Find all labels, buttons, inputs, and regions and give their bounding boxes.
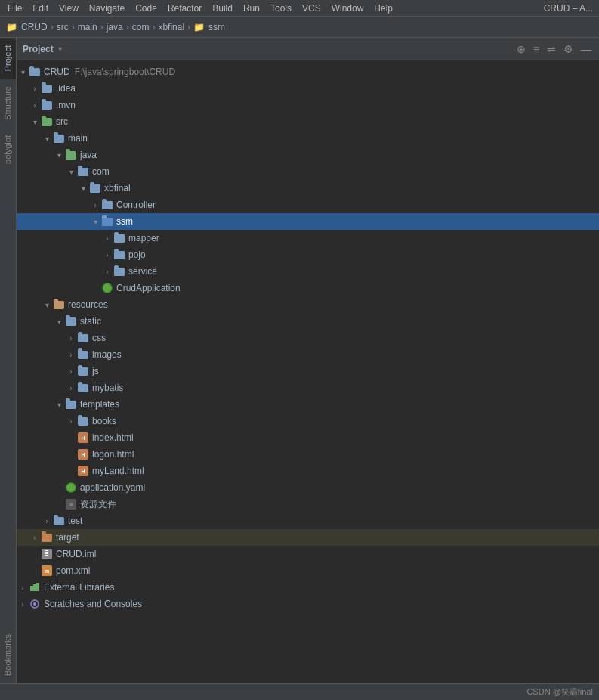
- panel-dropdown-icon[interactable]: ▾: [58, 45, 62, 53]
- folder-icon-mapper: [113, 232, 125, 244]
- menu-file[interactable]: File: [3, 2, 26, 15]
- arrow-pojo: ›: [101, 249, 113, 261]
- tree-item-pom-xml[interactable]: m pom.xml: [17, 562, 599, 579]
- tree-item-crudapp[interactable]: 🌿 CrudApplication: [17, 280, 599, 296]
- menu-help[interactable]: Help: [369, 2, 397, 15]
- label-res-file: 资源文件: [80, 498, 116, 511]
- breadcrumb-java[interactable]: java: [107, 22, 123, 33]
- tree-item-controller[interactable]: › Controller: [17, 197, 599, 213]
- arrow-main: ▾: [41, 132, 53, 144]
- locate-icon[interactable]: ⊕: [515, 42, 527, 57]
- tree-item-ssm[interactable]: ▾ ssm: [17, 213, 599, 230]
- label-myland-html: myLand.html: [92, 466, 144, 476]
- svg-rect-0: [30, 586, 33, 591]
- label-xbfinal: xbfinal: [104, 183, 131, 194]
- tree-item-app-yaml[interactable]: 🌿 application.yaml: [17, 479, 599, 496]
- menu-edit[interactable]: Edit: [28, 2, 53, 15]
- tree-item-com[interactable]: ▾ com: [17, 163, 599, 180]
- folder-icon-xbfinal: [89, 182, 101, 194]
- tree-item-main[interactable]: ▾ main: [17, 130, 599, 147]
- tree-item-mapper[interactable]: › mapper: [17, 230, 599, 246]
- arrow-scratches: ›: [17, 598, 29, 610]
- tree-item-src[interactable]: ▾ src: [17, 113, 599, 130]
- folder-icon-src: [41, 116, 53, 128]
- menu-refactor[interactable]: Refactor: [163, 2, 206, 15]
- side-tab-project[interactable]: Project: [0, 38, 16, 79]
- arrow-mapper: ›: [101, 232, 113, 244]
- folder-icon-target: [41, 531, 53, 544]
- main-area: Project Structure polyglot Bookmarks Pro…: [0, 38, 599, 683]
- side-tab-structure[interactable]: Structure: [0, 79, 16, 128]
- tree-item-logon-html[interactable]: H logon.html: [17, 446, 599, 463]
- tree-item-mvn[interactable]: › .mvn: [17, 97, 599, 113]
- arrow-ssm: ▾: [89, 215, 101, 228]
- label-scratches: Scratches and Consoles: [44, 599, 142, 609]
- breadcrumb-ssm[interactable]: ssm: [208, 22, 225, 33]
- tree-item-templates[interactable]: ▾ templates: [17, 396, 599, 413]
- tree-item-resources[interactable]: ▾ resources: [17, 296, 599, 313]
- side-tab-bookmarks[interactable]: Bookmarks: [0, 627, 16, 683]
- arrow-js: ›: [65, 365, 77, 377]
- folder-icon-test: [53, 515, 65, 527]
- tree-item-static[interactable]: ▾ static: [17, 313, 599, 330]
- tree-item-crud-root[interactable]: ▾ CRUD F:\java\springboot\CRUD: [17, 63, 599, 80]
- tree-item-css[interactable]: › css: [17, 330, 599, 346]
- breadcrumb-com[interactable]: com: [132, 22, 150, 33]
- breadcrumb-main[interactable]: main: [78, 22, 97, 33]
- tree-item-js[interactable]: › js: [17, 363, 599, 379]
- tree-item-external-libs[interactable]: › External Libraries: [17, 579, 599, 596]
- folder-icon-templates: [65, 398, 77, 410]
- menu-navigate[interactable]: Navigate: [85, 2, 129, 15]
- settings-icon[interactable]: ⚙: [562, 42, 575, 57]
- tree-item-crud-iml[interactable]: ≣ CRUD.iml: [17, 546, 599, 562]
- tree-item-scratches[interactable]: › Scratches and Consoles: [17, 596, 599, 612]
- arrow-external: ›: [17, 581, 29, 593]
- menu-code[interactable]: Code: [131, 2, 162, 15]
- arrow-static: ▾: [53, 315, 65, 327]
- menu-view[interactable]: View: [54, 2, 83, 15]
- breadcrumb: 📁 CRUD › src › main › java › com › xbfin…: [0, 17, 599, 38]
- svg-rect-2: [36, 583, 39, 591]
- tree-item-images[interactable]: › images: [17, 346, 599, 363]
- tree-item-target[interactable]: › target: [17, 529, 599, 546]
- tree-item-pojo[interactable]: › pojo: [17, 246, 599, 263]
- panel-header-actions: ⊕ ≡ ⇌ ⚙ —: [515, 42, 593, 57]
- breadcrumb-crud[interactable]: CRUD: [21, 22, 48, 33]
- file-tree: ▾ CRUD F:\java\springboot\CRUD › .idea ›…: [17, 60, 599, 683]
- tree-item-mybatis[interactable]: › mybatis: [17, 379, 599, 396]
- tree-item-test[interactable]: › test: [17, 513, 599, 529]
- breadcrumb-src[interactable]: src: [57, 22, 69, 33]
- tree-item-index-html[interactable]: H index.html: [17, 429, 599, 446]
- tree-item-myland-html[interactable]: H myLand.html: [17, 463, 599, 479]
- arrow-service: ›: [101, 265, 113, 277]
- arrow-templates: ▾: [53, 398, 65, 410]
- breadcrumb-ssm-icon: 📁: [193, 22, 205, 33]
- label-java: java: [80, 150, 97, 160]
- folder-icon-js: [77, 365, 89, 377]
- tree-item-res-file[interactable]: ≡ 资源文件: [17, 496, 599, 513]
- folder-icon-idea: [41, 82, 53, 94]
- menu-build[interactable]: Build: [208, 2, 237, 15]
- scratches-icon: [29, 598, 41, 610]
- tree-item-idea[interactable]: › .idea: [17, 80, 599, 97]
- menu-vcs[interactable]: VCS: [298, 2, 326, 15]
- side-tab-polyglot[interactable]: polyglot: [0, 128, 16, 172]
- xml-icon-pom: m: [41, 565, 53, 577]
- label-pojo: pojo: [128, 249, 146, 260]
- tree-item-xbfinal[interactable]: ▾ xbfinal: [17, 180, 599, 197]
- menu-window[interactable]: Window: [327, 2, 369, 15]
- side-tabs: Project Structure polyglot Bookmarks: [0, 38, 17, 683]
- expand-icon[interactable]: ⇌: [545, 42, 557, 57]
- breadcrumb-xbfinal[interactable]: xbfinal: [158, 22, 184, 33]
- menu-run[interactable]: Run: [239, 2, 264, 15]
- tree-item-java[interactable]: ▾ java: [17, 147, 599, 163]
- folder-icon-com: [77, 166, 89, 178]
- tree-item-books[interactable]: › books: [17, 413, 599, 429]
- tree-item-service[interactable]: › service: [17, 263, 599, 280]
- menu-tools[interactable]: Tools: [266, 2, 296, 15]
- minimize-icon[interactable]: —: [579, 42, 593, 57]
- folder-icon-controller: [101, 199, 113, 211]
- arrow-target: ›: [29, 531, 41, 544]
- collapse-all-icon[interactable]: ≡: [532, 42, 541, 57]
- label-crud-iml: CRUD.iml: [56, 549, 96, 559]
